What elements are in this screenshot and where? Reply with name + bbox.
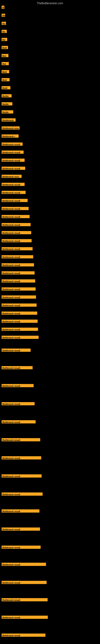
bar-item: Bot	[1, 54, 8, 58]
bar-label: Bottleneck result	[1, 563, 46, 566]
bar-item: Bo	[1, 38, 7, 42]
bar-item: Bottleneck result	[1, 296, 36, 300]
bar-label: Bottleneck result	[1, 456, 41, 460]
bar-item: Bottle	[1, 110, 13, 114]
bar-item: Bottleneck result	[1, 191, 26, 195]
bar-label: Bottleneck result	[1, 199, 28, 202]
bar-item: Bottleneck result	[1, 402, 35, 406]
bar-label: Bottleneck result	[1, 263, 34, 266]
bar-label: Bottleneck result	[1, 474, 42, 478]
bar-item: Bottleneck result	[1, 167, 25, 171]
bar-label: Bottleneck r	[1, 134, 19, 138]
bar-item: Bottleneck result	[1, 312, 37, 316]
bar-item: Bottleneck result	[1, 304, 37, 308]
bar-label: Bottleneck result	[1, 183, 25, 186]
bar-label: Bottleneck result	[1, 402, 35, 405]
bar-label: Bot	[1, 62, 9, 65]
bar-item: Bottleneck result	[1, 183, 25, 187]
bar-item: Bottleneck result	[1, 247, 33, 251]
bar-label: Bottleneck result	[1, 158, 25, 162]
bar-item: Bottleneck result	[1, 438, 40, 442]
bar-label: Bottleneck result	[1, 634, 46, 637]
bar-item: Bottleneck result	[1, 348, 31, 352]
bar-item: Bottleneck result	[1, 336, 39, 340]
bar-label: Bottleneck result	[1, 598, 48, 601]
bar-label: Bottle	[1, 110, 13, 114]
bar-label: Bottle	[1, 94, 12, 98]
bar-label: Bottleneck	[1, 118, 16, 122]
bar-label: Bottleneck result	[1, 150, 24, 154]
bar-item: B	[1, 6, 4, 10]
bar-item: Bo	[1, 30, 7, 34]
bar-item: Bottleneck result	[1, 474, 42, 478]
bar-item: Bottleneck result	[1, 509, 39, 514]
bar-label: Bott	[1, 78, 10, 81]
bar-item: Bottleneck result	[1, 142, 23, 146]
bar-label: Bottleneck result	[1, 438, 40, 441]
bar-label: Bottl	[1, 86, 10, 89]
bar-label: Bottleneck result	[1, 546, 41, 549]
bar-item: Bottleneck result	[1, 207, 29, 211]
bar-item: Bottleneck result	[1, 215, 30, 219]
bar-item: Bottle	[1, 94, 12, 98]
bar-item: Bottleneck result	[1, 263, 34, 267]
bar-item: Bottleneck result	[1, 239, 32, 243]
bar-item: Bottleneck r	[1, 134, 19, 138]
bar-label: Bottleneck result	[1, 279, 35, 282]
bar-item: Bottleneck result	[1, 456, 41, 460]
bar-label: Bottleneck result	[1, 255, 33, 258]
bar-item: Bottleneck result	[1, 420, 36, 424]
bar-item: Bottleneck result	[1, 271, 35, 275]
bar-label: Bottleneck result	[1, 581, 47, 584]
bar-label: Bottleneck result	[1, 328, 38, 331]
bar-item: Bottleneck result	[1, 288, 36, 292]
bar-label: Bottleneck result	[1, 348, 31, 352]
bar-item: Bott	[1, 70, 9, 74]
bar-item: Bottleneck result	[1, 563, 46, 567]
bar-label: Bottleneck result	[1, 207, 29, 210]
bar-item: Bottleneck result	[1, 158, 25, 162]
bar-label: Bottleneck result	[1, 320, 38, 323]
bar-item: Bottle	[1, 102, 12, 106]
bar-label: Bottleneck result	[1, 492, 43, 496]
bar-item: Bottleneck result	[1, 199, 28, 203]
bar-item: Bottleneck result	[1, 255, 33, 259]
bar-label: Bottleneck result	[1, 528, 40, 531]
bar-label: Bottleneck result	[1, 420, 36, 424]
bar-item: Bottleneck result	[1, 328, 38, 332]
bar-label: Bottleneck result	[1, 247, 33, 250]
bar-item: Bottleneck	[1, 118, 16, 122]
bar-label: Bottleneck resu	[1, 126, 20, 130]
bar-label: Bottleneck result	[1, 509, 39, 512]
bar-item: Bottleneck result	[1, 634, 46, 638]
bar-item: Bottleneck result	[1, 231, 31, 235]
bar-label: Bottleneck result	[1, 288, 36, 290]
bar-item: Bott	[1, 46, 8, 50]
bar-item: Bottleneck result	[1, 616, 48, 620]
bar-item: B4	[1, 14, 5, 18]
bar-item: Bottleneck resu	[1, 175, 22, 179]
bar-label: Bottleneck result	[1, 191, 26, 194]
bar-label: Bottleneck result	[1, 312, 37, 315]
bar-label: Bottleneck result	[1, 296, 36, 299]
bar-label: B4	[1, 14, 5, 17]
bar-label: Bottleneck resu	[1, 175, 22, 178]
bar-item: Bottleneck result	[1, 384, 34, 388]
bar-label: Bott	[1, 70, 9, 73]
bar-label: B	[1, 6, 4, 9]
bar-item: Bottleneck resu	[1, 126, 20, 130]
bar-label: Bo	[1, 38, 7, 41]
bar-item: Bottleneck result	[1, 528, 40, 532]
bar-item: Bottleneck result	[1, 320, 38, 324]
bar-label: Bottleneck result	[1, 239, 32, 242]
bar-label: Bottleneck result	[1, 231, 31, 234]
bar-label: Bottleneck result	[1, 215, 30, 218]
bar-item: Bot	[1, 62, 9, 66]
bar-label: Bottleneck result	[1, 223, 31, 226]
bar-label: Bott	[1, 46, 8, 49]
bar-label: Bo	[1, 22, 6, 25]
bar-label: Bottleneck result	[1, 616, 48, 619]
bar-label: Bottle	[1, 102, 12, 106]
bar-label: Bottleneck result	[1, 366, 33, 369]
bar-item: Bottleneck result	[1, 279, 35, 283]
